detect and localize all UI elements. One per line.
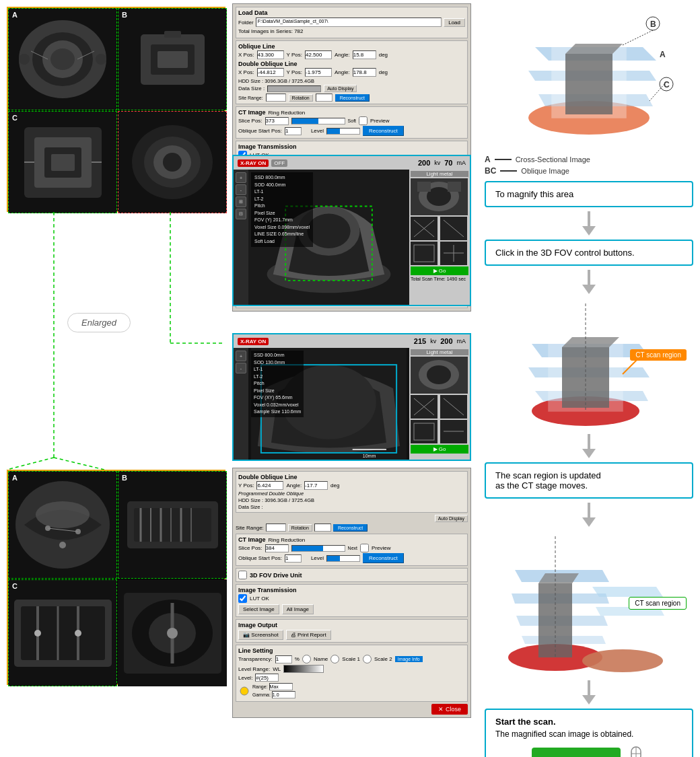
svg-rect-34	[417, 182, 431, 192]
svg-point-79	[34, 630, 41, 637]
print-report2-btn[interactable]: 🖨 Print Report	[286, 630, 331, 640]
name-label: Name	[314, 656, 328, 662]
angle3-input[interactable]	[304, 481, 328, 490]
svg-rect-15	[51, 154, 75, 171]
svg-rect-11	[164, 31, 181, 38]
cell-label-a: A	[12, 11, 18, 19]
oblique-start2-input[interactable]	[285, 554, 302, 563]
screenshot2-btn[interactable]: 📷 Screenshot	[238, 630, 283, 640]
mouse-icon	[626, 746, 646, 757]
rotation2-val[interactable]	[314, 524, 331, 532]
legend: A Cross-Sectional Image BC Oblique Image	[485, 155, 693, 176]
diagram-bottom-container: CT scan region	[488, 530, 690, 678]
slice-pos2-input[interactable]	[265, 544, 289, 552]
y-pos3-input[interactable]	[256, 481, 283, 490]
step3-box: The scan region is updated as the CT sta…	[485, 462, 693, 499]
name-radio[interactable]	[302, 655, 311, 663]
green-btn[interactable]: ▶ Go	[411, 266, 468, 275]
all-image2-btn[interactable]: All Image	[282, 604, 314, 614]
image-transmission2-label: Image Transmission	[238, 587, 465, 593]
cell-label-a-bot: A	[12, 474, 18, 482]
green-btn-2[interactable]: ▶ Go	[411, 445, 468, 454]
scale1-radio[interactable]	[330, 655, 339, 663]
ct-image-b	[120, 11, 225, 108]
svg-line-98	[623, 30, 653, 45]
data-size2: Data Size :	[238, 504, 263, 510]
sidebar2-btn-2[interactable]: -	[236, 363, 246, 373]
rotation-val[interactable]	[316, 94, 332, 102]
right-panel: B C A A Cross-Sectional Image BC Oblique…	[478, 0, 700, 757]
double-oblique-section2: Double Oblique Line Y Pos: Angle: deg Pr…	[236, 471, 468, 513]
xray-off-btn[interactable]: OFF	[271, 159, 287, 167]
thumb-b-1	[411, 395, 438, 419]
folder-path[interactable]: F:\DataVM_Data\Sample_ct_007\	[256, 17, 442, 27]
image-info-btn[interactable]: Image Info	[395, 656, 423, 662]
svg-point-61	[36, 501, 90, 528]
angle-input[interactable]	[353, 50, 376, 59]
fov-3d2-checkbox[interactable]	[238, 571, 247, 579]
select-image2-btn[interactable]: Select Image	[238, 604, 279, 614]
reconstruct3-btn[interactable]: Reconstruct	[363, 553, 404, 563]
preview-checkbox[interactable]	[359, 116, 368, 125]
sidebar-btn-2[interactable]: -	[236, 184, 246, 195]
next-label2: Next	[348, 546, 357, 550]
slice-pos-input[interactable]	[265, 117, 289, 125]
xray-left-sidebar: + - ⊞ ⊟	[234, 170, 248, 305]
ct-grid-bottom: A B C	[7, 470, 225, 685]
reconstruct-small-btn[interactable]: Reconstruct	[335, 94, 370, 102]
y-pos-input[interactable]	[305, 50, 332, 59]
x-pos2-input[interactable]	[257, 68, 284, 77]
reconstruct2-btn[interactable]: Reconstruct	[333, 524, 368, 532]
xray2-main: 10mm SSD 800.0mm SOD 130.0mm LT-1 LT-2 P…	[248, 348, 409, 460]
ui-panel-bottom: Double Oblique Line Y Pos: Angle: deg Pr…	[232, 468, 471, 718]
sidebar2-btn-1[interactable]: +	[236, 351, 246, 361]
sidebar-btn-1[interactable]: +	[236, 172, 246, 183]
svg-marker-92	[565, 44, 623, 54]
xray-viewer-top: X-RAY ON OFF 200 kv 70 mA + - ⊞ ⊟	[232, 155, 471, 306]
lut2-checkbox[interactable]	[238, 594, 247, 603]
site-range-input[interactable]	[266, 94, 286, 102]
site-range2-input[interactable]	[266, 524, 286, 532]
svg-point-80	[75, 630, 81, 637]
brightness-icon[interactable]	[238, 685, 250, 697]
ring-reduction-label: Ring Reduction	[269, 110, 306, 116]
x-pos-input[interactable]	[257, 50, 284, 59]
svg-text:B: B	[650, 20, 656, 29]
oblique-start-input[interactable]	[285, 127, 302, 135]
load-button[interactable]: Load	[444, 18, 465, 27]
image-transmission-section2: Image Transmission LUT OK Select Image A…	[236, 584, 468, 617]
thumb-b-3	[411, 420, 438, 443]
svg-point-53	[427, 365, 451, 384]
svg-text:10mm: 10mm	[363, 454, 376, 458]
close-btn[interactable]: ✕ Close	[431, 704, 468, 715]
deg3-label: deg	[330, 482, 339, 489]
preview2-checkbox[interactable]	[360, 544, 369, 552]
slice-pos2-label: Slice Pos:	[238, 545, 262, 551]
hdd-size: HDD Size : 3096.3GB / 3725.4GB	[238, 78, 314, 84]
auto-display-btn2[interactable]: Auto Display	[435, 515, 468, 522]
start-button[interactable]: START	[532, 748, 621, 757]
level-val-input[interactable]	[255, 674, 279, 682]
angle-label: Angle:	[335, 52, 350, 58]
range-input[interactable]	[269, 683, 293, 690]
angle2-input[interactable]	[353, 68, 376, 77]
svg-rect-35	[448, 182, 461, 192]
arrow-4	[478, 503, 700, 527]
sidebar-btn-4[interactable]: ⊟	[236, 209, 246, 219]
gamma-input[interactable]	[272, 691, 295, 698]
scale2-radio[interactable]	[363, 655, 372, 663]
sidebar-btn-3[interactable]: ⊞	[236, 196, 246, 207]
auto-display-btn[interactable]: Auto Display	[324, 85, 357, 92]
rotation2-btn[interactable]: Rotation	[288, 524, 312, 532]
site-range2-label: Site Range:	[236, 525, 264, 531]
xray2-info-overlay: SSD 800.0mm SOD 130.0mm LT-1 LT-2 Pitch …	[251, 351, 304, 417]
y-pos2-input[interactable]	[305, 68, 332, 77]
transparency-input[interactable]	[275, 655, 292, 663]
double-oblique-label2: Double Oblique Line	[238, 474, 465, 480]
thumbnail-top	[411, 178, 468, 215]
slice-pos-label: Slice Pos:	[238, 118, 262, 124]
ma-value: 70	[444, 159, 452, 167]
rotation-btn[interactable]: Rotation	[289, 94, 313, 102]
cell-label-c: C	[12, 114, 18, 122]
reconstruct-btn[interactable]: Reconstruct	[363, 126, 404, 136]
